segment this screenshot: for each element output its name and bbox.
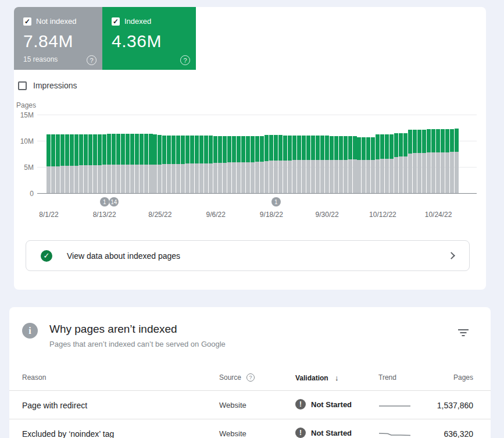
bar-day-27[interactable] bbox=[171, 136, 176, 193]
bar-day-56[interactable] bbox=[306, 136, 310, 193]
bar-day-14[interactable] bbox=[112, 134, 116, 193]
bar-day-71[interactable] bbox=[376, 134, 380, 193]
bar-day-3[interactable] bbox=[60, 134, 65, 193]
bar-day-36[interactable] bbox=[213, 136, 217, 193]
bar-day-19[interactable] bbox=[135, 134, 139, 193]
bar-day-1[interactable] bbox=[51, 134, 55, 193]
bar-day-66[interactable] bbox=[353, 136, 357, 193]
bar-day-87[interactable] bbox=[450, 129, 454, 193]
bar-day-45[interactable] bbox=[255, 136, 259, 193]
bar-day-78[interactable] bbox=[408, 130, 412, 193]
bar-day-57[interactable] bbox=[311, 136, 315, 193]
bar-day-22[interactable] bbox=[149, 134, 153, 193]
not-indexed-summary-tile[interactable]: ✓ Not indexed 7.84M 15 reasons ? bbox=[14, 7, 102, 70]
bar-day-15[interactable] bbox=[116, 134, 120, 193]
help-icon[interactable]: ? bbox=[246, 373, 255, 382]
bar-day-41[interactable] bbox=[237, 136, 241, 193]
bar-day-13[interactable] bbox=[107, 134, 111, 193]
bar-day-25[interactable] bbox=[162, 136, 166, 193]
bar-day-53[interactable] bbox=[292, 136, 296, 193]
bar-day-6[interactable] bbox=[74, 134, 78, 193]
bar-day-80[interactable] bbox=[417, 130, 421, 193]
bar-day-4[interactable] bbox=[65, 134, 69, 193]
bar-day-77[interactable] bbox=[403, 133, 408, 193]
bar-day-68[interactable] bbox=[362, 137, 366, 193]
column-header-reason[interactable]: Reason bbox=[22, 373, 46, 382]
bar-day-64[interactable] bbox=[344, 136, 348, 193]
bar-day-69[interactable] bbox=[366, 137, 370, 193]
annotation-badge[interactable]: 1 bbox=[100, 197, 109, 206]
bar-day-51[interactable] bbox=[283, 136, 287, 193]
bar-day-35[interactable] bbox=[209, 136, 213, 193]
bar-day-21[interactable] bbox=[144, 134, 148, 193]
bar-day-60[interactable] bbox=[325, 136, 329, 193]
bar-day-58[interactable] bbox=[316, 136, 320, 193]
bar-day-2[interactable] bbox=[56, 134, 60, 193]
bar-day-34[interactable] bbox=[204, 136, 208, 193]
bar-day-76[interactable] bbox=[399, 133, 403, 193]
bar-day-37[interactable] bbox=[218, 136, 222, 193]
bar-day-49[interactable] bbox=[274, 135, 278, 193]
bar-day-10[interactable] bbox=[93, 134, 97, 193]
help-icon[interactable]: ? bbox=[87, 55, 96, 65]
bar-day-54[interactable] bbox=[297, 136, 301, 193]
bar-day-26[interactable] bbox=[167, 136, 171, 193]
bar-day-20[interactable] bbox=[140, 134, 144, 193]
bar-day-65[interactable] bbox=[348, 136, 352, 193]
bar-day-73[interactable] bbox=[385, 134, 389, 193]
indexed-checkbox[interactable]: ✓ bbox=[112, 17, 120, 26]
impressions-toggle[interactable]: Impressions bbox=[18, 81, 77, 90]
table-row[interactable]: Page with redirect Website ! Not Started… bbox=[9, 391, 491, 419]
bar-day-29[interactable] bbox=[181, 136, 185, 193]
bar-day-62[interactable] bbox=[334, 136, 338, 193]
view-data-button[interactable]: ✓ View data about indexed pages bbox=[26, 240, 470, 271]
bar-day-24[interactable] bbox=[158, 135, 162, 193]
bar-day-88[interactable] bbox=[455, 129, 459, 193]
column-header-pages[interactable]: Pages bbox=[453, 373, 473, 382]
bar-day-30[interactable] bbox=[185, 136, 190, 193]
bar-day-0[interactable] bbox=[47, 134, 51, 193]
bar-day-72[interactable] bbox=[380, 134, 384, 193]
table-row[interactable]: Excluded by ‘noindex’ tag Website ! Not … bbox=[9, 419, 491, 438]
column-header-trend[interactable]: Trend bbox=[378, 373, 396, 382]
bar-day-31[interactable] bbox=[190, 136, 194, 193]
bar-day-70[interactable] bbox=[371, 137, 375, 193]
bar-day-50[interactable] bbox=[278, 135, 283, 193]
help-icon[interactable]: ? bbox=[180, 55, 190, 65]
bar-day-5[interactable] bbox=[70, 134, 74, 193]
annotation-badge[interactable]: 14 bbox=[109, 197, 119, 206]
bar-day-17[interactable] bbox=[126, 134, 130, 193]
bar-day-79[interactable] bbox=[413, 130, 417, 193]
bar-day-33[interactable] bbox=[199, 136, 203, 193]
bar-day-8[interactable] bbox=[84, 134, 88, 193]
bar-day-42[interactable] bbox=[241, 136, 245, 193]
bar-day-38[interactable] bbox=[223, 136, 227, 193]
column-header-validation[interactable]: Validation ↓ bbox=[295, 373, 339, 382]
bar-day-59[interactable] bbox=[320, 136, 324, 193]
bar-day-46[interactable] bbox=[260, 136, 264, 193]
bar-day-84[interactable] bbox=[436, 129, 440, 193]
bar-day-75[interactable] bbox=[394, 133, 398, 193]
bar-day-11[interactable] bbox=[98, 134, 102, 193]
bar-day-74[interactable] bbox=[389, 134, 394, 193]
bar-day-23[interactable] bbox=[153, 134, 157, 193]
bar-day-32[interactable] bbox=[195, 136, 199, 193]
bar-day-48[interactable] bbox=[269, 135, 273, 193]
bar-day-18[interactable] bbox=[130, 134, 134, 193]
annotation-badge[interactable]: 1 bbox=[271, 197, 281, 206]
impressions-checkbox[interactable] bbox=[18, 81, 27, 90]
bar-day-39[interactable] bbox=[227, 136, 231, 193]
bar-day-47[interactable] bbox=[264, 135, 269, 193]
bar-day-83[interactable] bbox=[431, 129, 435, 193]
bar-day-61[interactable] bbox=[330, 136, 334, 193]
stacked-bar-chart[interactable] bbox=[47, 115, 459, 193]
bar-day-28[interactable] bbox=[176, 136, 180, 193]
indexed-summary-tile[interactable]: ✓ Indexed 4.36M ? bbox=[102, 7, 196, 70]
bar-day-44[interactable] bbox=[251, 136, 255, 193]
bar-day-9[interactable] bbox=[88, 134, 92, 193]
bar-day-63[interactable] bbox=[339, 136, 343, 193]
bar-day-85[interactable] bbox=[441, 129, 445, 193]
bar-day-12[interactable] bbox=[102, 134, 106, 193]
bar-day-16[interactable] bbox=[121, 134, 125, 193]
bar-day-67[interactable] bbox=[357, 137, 361, 193]
